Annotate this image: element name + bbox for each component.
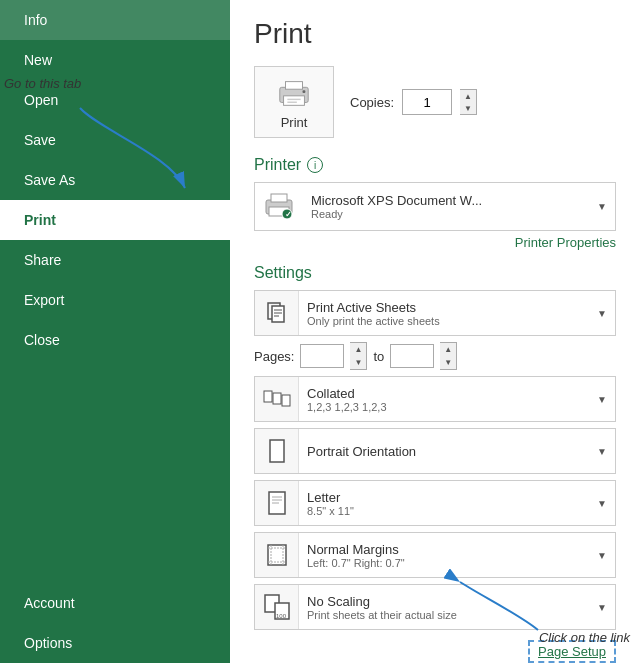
sidebar-item-close[interactable]: Close xyxy=(0,320,230,360)
svg-rect-19 xyxy=(282,395,290,406)
paper-svg xyxy=(267,491,287,515)
scaling-main: No Scaling xyxy=(307,594,581,609)
sidebar-item-open-label: Open xyxy=(24,92,58,108)
print-active-sheets-text: Print Active Sheets Only print the activ… xyxy=(299,296,589,331)
scaling-text: No Scaling Print sheets at their actual … xyxy=(299,590,589,625)
sidebar-item-save[interactable]: Save xyxy=(0,120,230,160)
svg-rect-3 xyxy=(284,95,305,104)
printer-section-header: Printer i xyxy=(254,156,616,174)
pages-row: Pages: ▲ ▼ to ▲ ▼ xyxy=(254,342,616,370)
scaling-dropdown[interactable]: 100 No Scaling Print sheets at their act… xyxy=(254,584,616,630)
sidebar-item-options-label: Options xyxy=(24,635,72,651)
sidebar-item-export-label: Export xyxy=(24,292,64,308)
paper-size-text: Letter 8.5" x 11" xyxy=(299,486,589,521)
settings-section-header: Settings xyxy=(254,264,616,282)
paper-size-arrow: ▼ xyxy=(589,498,615,509)
copies-label: Copies: xyxy=(350,95,394,110)
collated-text: Collated 1,2,3 1,2,3 1,2,3 xyxy=(299,382,589,417)
sidebar-item-info-label: Info xyxy=(24,12,47,28)
sidebar-item-export[interactable]: Export xyxy=(0,280,230,320)
scaling-sub: Print sheets at their actual size xyxy=(307,609,581,621)
printer-dropdown-arrow: ▼ xyxy=(597,201,607,212)
scaling-arrow: ▼ xyxy=(589,602,615,613)
orientation-dropdown[interactable]: Portrait Orientation ▼ xyxy=(254,428,616,474)
pages-to-decrement[interactable]: ▼ xyxy=(440,356,456,369)
printer-icon xyxy=(276,75,312,111)
paper-icon xyxy=(255,481,299,525)
printer-properties-link[interactable]: Printer Properties xyxy=(254,235,616,250)
sidebar-item-account-label: Account xyxy=(24,595,75,611)
sidebar-item-saveas[interactable]: Save As xyxy=(0,160,230,200)
margins-dropdown[interactable]: Normal Margins Left: 0.7" Right: 0.7" ▼ xyxy=(254,532,616,578)
svg-rect-4 xyxy=(287,98,300,99)
svg-rect-2 xyxy=(285,81,302,89)
sidebar-item-close-label: Close xyxy=(24,332,60,348)
margins-icon xyxy=(255,533,299,577)
svg-rect-6 xyxy=(303,90,306,93)
sidebar-item-save-label: Save xyxy=(24,132,56,148)
pages-to-spinner: ▲ ▼ xyxy=(440,342,457,370)
svg-rect-17 xyxy=(264,391,272,402)
collated-dropdown[interactable]: Collated 1,2,3 1,2,3 1,2,3 ▼ xyxy=(254,376,616,422)
print-active-sheets-arrow: ▼ xyxy=(589,308,615,319)
sidebar-item-new[interactable]: New xyxy=(0,40,230,80)
pages-to-label: to xyxy=(373,349,384,364)
sidebar-item-options[interactable]: Options xyxy=(0,623,230,663)
sidebar-item-account[interactable]: Account xyxy=(0,583,230,623)
sidebar-item-new-label: New xyxy=(24,52,52,68)
goto-annotation: Go to this tab xyxy=(4,76,124,93)
pages-from-input[interactable] xyxy=(300,344,344,368)
scaling-icon: 100 xyxy=(255,585,299,629)
margins-main: Normal Margins xyxy=(307,542,581,557)
svg-rect-8 xyxy=(271,194,287,202)
collated-svg xyxy=(263,387,291,411)
pages-from-increment[interactable]: ▲ xyxy=(350,343,366,356)
margins-text: Normal Margins Left: 0.7" Right: 0.7" xyxy=(299,538,589,573)
print-active-sheets-dropdown[interactable]: Print Active Sheets Only print the activ… xyxy=(254,290,616,336)
printer-status: Ready xyxy=(311,208,581,220)
pages-from-spinner: ▲ ▼ xyxy=(350,342,367,370)
printer-small-icon: ✓ xyxy=(263,191,295,223)
copies-increment[interactable]: ▲ xyxy=(460,90,476,102)
svg-rect-18 xyxy=(273,393,281,404)
pages-to-input[interactable] xyxy=(390,344,434,368)
svg-rect-20 xyxy=(270,440,284,462)
collated-sub: 1,2,3 1,2,3 1,2,3 xyxy=(307,401,581,413)
sidebar-item-print[interactable]: Print xyxy=(0,200,230,240)
pages-to-increment[interactable]: ▲ xyxy=(440,343,456,356)
print-button-area: Print Copies: ▲ ▼ xyxy=(254,66,616,138)
sidebar: Info New Open Save Save As Print Share E… xyxy=(0,0,230,663)
page-title: Print xyxy=(254,18,616,50)
pages-label: Pages: xyxy=(254,349,294,364)
print-active-sheets-sub: Only print the active sheets xyxy=(307,315,581,327)
copies-decrement[interactable]: ▼ xyxy=(460,102,476,114)
portrait-svg xyxy=(267,439,287,463)
collated-arrow: ▼ xyxy=(589,394,615,405)
info-icon[interactable]: i xyxy=(307,157,323,173)
sidebar-item-share-label: Share xyxy=(24,252,61,268)
sheets-svg xyxy=(265,301,289,325)
copies-input[interactable] xyxy=(402,89,452,115)
pages-from-decrement[interactable]: ▼ xyxy=(350,356,366,369)
collated-icon xyxy=(255,377,299,421)
print-button-label: Print xyxy=(281,115,308,130)
collated-main: Collated xyxy=(307,386,581,401)
print-button[interactable]: Print xyxy=(254,66,334,138)
goto-text: Go to this tab xyxy=(4,76,81,91)
sheets-icon xyxy=(255,291,299,335)
paper-size-dropdown[interactable]: Letter 8.5" x 11" ▼ xyxy=(254,480,616,526)
click-annotation: Click on the link xyxy=(539,630,630,645)
svg-text:✓: ✓ xyxy=(285,210,292,219)
printer-status-icon: ✓ xyxy=(263,191,295,223)
printer-name: Microsoft XPS Document W... xyxy=(311,193,581,208)
printer-row[interactable]: ✓ Microsoft XPS Document W... Ready ▼ xyxy=(254,182,616,231)
print-active-sheets-main: Print Active Sheets xyxy=(307,300,581,315)
margins-arrow: ▼ xyxy=(589,550,615,561)
main-content: Print Print Copies: ▲ ▼ Printer xyxy=(230,0,640,663)
margins-svg xyxy=(266,543,288,567)
orientation-text: Portrait Orientation xyxy=(299,440,589,463)
sidebar-item-info[interactable]: Info xyxy=(0,0,230,40)
orientation-main: Portrait Orientation xyxy=(307,444,581,459)
click-text: Click on the link xyxy=(539,630,630,645)
sidebar-item-share[interactable]: Share xyxy=(0,240,230,280)
